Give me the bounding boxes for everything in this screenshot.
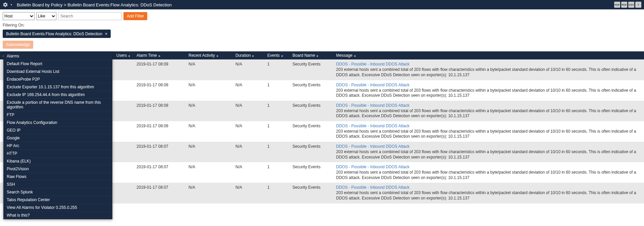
cell-message: DDOS - Possible - Inbound DDOS Attack203… bbox=[333, 101, 644, 121]
cell-users bbox=[114, 121, 134, 142]
col-message[interactable]: Message◆ bbox=[333, 51, 644, 59]
menu-item[interactable]: HTTP bbox=[3, 150, 112, 157]
menu-item[interactable]: Flow Analytics Configuration bbox=[3, 119, 112, 127]
top-bar: ▼ Bulletin Board by Policy > Bulletin Bo… bbox=[0, 0, 644, 9]
cell-board: Security Events bbox=[290, 59, 333, 80]
col-recent[interactable]: Recent Activity◆ bbox=[186, 51, 233, 59]
cell-duration: N/A bbox=[233, 80, 265, 101]
dropdown-indicator[interactable]: ▼ bbox=[10, 3, 13, 6]
message-title: DDOS - Possible - Inbound DDOS Attack bbox=[336, 165, 641, 169]
message-title: DDOS - Possible - Inbound DDOS Attack bbox=[336, 83, 641, 87]
message-body: 203 external hosts sent a combined total… bbox=[336, 149, 641, 160]
cell-alarm: 2019-01-17 08:07 bbox=[134, 162, 186, 183]
cell-message: DDOS - Possible - Inbound DDOS Attack203… bbox=[333, 142, 644, 162]
cell-alarm: 2019-01-17 08:09 bbox=[134, 101, 186, 121]
menu-item[interactable]: Search Splunk bbox=[3, 188, 112, 196]
cell-events: 1 bbox=[265, 80, 290, 101]
sort-icon: ◆ bbox=[128, 54, 130, 57]
help-icon[interactable]: ? bbox=[635, 2, 641, 8]
menu-item[interactable]: Exclude Exporter 10.1.15.137 from this a… bbox=[3, 83, 112, 91]
cell-board: Security Events bbox=[290, 101, 333, 121]
cell-duration: N/A bbox=[233, 142, 265, 162]
cell-message: DDOS - Possible - Inbound DDOS Attack203… bbox=[333, 162, 644, 183]
cell-board: Security Events bbox=[290, 162, 333, 183]
message-title: DDOS - Possible - Inbound DDOS Attack bbox=[336, 185, 641, 190]
cell-users bbox=[114, 183, 134, 203]
cell-message: DDOS - Possible - Inbound DDOS Attack203… bbox=[333, 59, 644, 80]
cell-users bbox=[114, 162, 134, 183]
col-alarm[interactable]: Alarm Time◆ bbox=[134, 51, 186, 59]
add-filter-button[interactable]: Add Filter bbox=[123, 12, 147, 20]
menu-item[interactable]: FTP bbox=[3, 111, 112, 119]
chip-remove-icon[interactable]: × bbox=[105, 31, 108, 36]
menu-item[interactable]: Exclude IP 169.254.44.4 from this algori… bbox=[3, 91, 112, 99]
col-events[interactable]: Events◆ bbox=[265, 51, 290, 59]
cell-duration: N/A bbox=[233, 101, 265, 121]
cell-recent: N/A bbox=[186, 162, 233, 183]
col-users[interactable]: Users◆ bbox=[114, 51, 134, 59]
sort-icon: ◆ bbox=[316, 54, 318, 57]
search-input[interactable] bbox=[58, 12, 122, 20]
filter-op-select[interactable]: Like bbox=[36, 12, 56, 20]
menu-item[interactable]: EndaceProbe P2P bbox=[3, 76, 112, 83]
menu-item[interactable]: Alarms bbox=[3, 52, 112, 60]
cell-users bbox=[114, 101, 134, 121]
cell-alarm: 2019-01-17 08:07 bbox=[134, 142, 186, 162]
cell-duration: N/A bbox=[233, 183, 265, 203]
message-body: 203 external hosts sent a combined total… bbox=[336, 108, 641, 119]
menu-item[interactable]: HP Arc bbox=[3, 142, 112, 150]
cell-recent: N/A bbox=[186, 121, 233, 142]
acknowledge-button[interactable]: Acknowledge bbox=[3, 41, 33, 49]
menu-item[interactable]: Raw Flows bbox=[3, 173, 112, 181]
cell-events: 1 bbox=[265, 101, 290, 121]
cell-duration: N/A bbox=[233, 162, 265, 183]
filter-field-select[interactable]: Host bbox=[3, 12, 35, 20]
cell-recent: N/A bbox=[186, 142, 233, 162]
cell-recent: N/A bbox=[186, 183, 233, 203]
export-pdf-icon[interactable]: PDF bbox=[614, 2, 620, 8]
message-body: 203 external hosts sent a combined total… bbox=[336, 190, 641, 201]
message-title: DDOS - Possible - Inbound DDOS Attack bbox=[336, 62, 641, 66]
cell-recent: N/A bbox=[186, 101, 233, 121]
menu-item[interactable]: Kibana (ELK) bbox=[3, 157, 112, 165]
sort-icon: ◆ bbox=[252, 54, 254, 57]
message-title: DDOS - Possible - Inbound DDOS Attack bbox=[336, 124, 641, 128]
cell-message: DDOS - Possible - Inbound DDOS Attack203… bbox=[333, 183, 644, 203]
col-duration[interactable]: Duration◆ bbox=[233, 51, 265, 59]
gear-icon[interactable] bbox=[3, 2, 9, 8]
filtering-on-label: Filtering On: bbox=[0, 23, 644, 30]
sort-icon: ◆ bbox=[158, 54, 160, 57]
message-body: 203 external hosts sent a combined total… bbox=[336, 170, 641, 180]
cell-events: 1 bbox=[265, 183, 290, 203]
filter-bar: Host Like Add Filter bbox=[0, 9, 644, 23]
message-title: DDOS - Possible - Inbound DDOS Attack bbox=[336, 144, 641, 149]
sort-icon: ◆ bbox=[216, 54, 218, 57]
action-context-menu: AlarmsDefault Flow ReportDownload Extern… bbox=[3, 52, 112, 204]
cell-events: 1 bbox=[265, 162, 290, 183]
filter-chip[interactable]: Bulletin Board Events:Flow Analytics: DD… bbox=[3, 30, 111, 38]
top-right-icons: PDF PDF CSV ? bbox=[614, 2, 641, 8]
cell-events: 1 bbox=[265, 142, 290, 162]
cell-recent: N/A bbox=[186, 80, 233, 101]
menu-item[interactable]: Talos Reputation Center bbox=[3, 196, 112, 204]
export-csv-icon[interactable]: CSV bbox=[628, 2, 634, 8]
cell-events: 1 bbox=[265, 121, 290, 142]
cell-alarm: 2019-01-17 08:09 bbox=[134, 121, 186, 142]
chip-row: Bulletin Board Events:Flow Analytics: DD… bbox=[0, 30, 644, 41]
menu-item[interactable]: Pivot2Vision bbox=[3, 165, 112, 173]
message-body: 203 external hosts sent a combined total… bbox=[336, 67, 641, 78]
sort-icon: ◆ bbox=[354, 54, 356, 57]
menu-item[interactable]: Google bbox=[3, 134, 112, 142]
menu-item[interactable]: Download External Hosts List bbox=[3, 68, 112, 76]
cell-message: DDOS - Possible - Inbound DDOS Attack203… bbox=[333, 121, 644, 142]
cell-alarm: 2019-01-17 08:07 bbox=[134, 183, 186, 203]
export-pdf2-icon[interactable]: PDF bbox=[621, 2, 627, 8]
col-board[interactable]: Board Name◆ bbox=[290, 51, 333, 59]
menu-item[interactable]: GEO IP bbox=[3, 127, 112, 134]
cell-duration: N/A bbox=[233, 121, 265, 142]
menu-item[interactable]: Exclude a portion of the reverse DNS nam… bbox=[3, 99, 112, 111]
cell-board: Security Events bbox=[290, 121, 333, 142]
message-title: DDOS - Possible - Inbound DDOS Attack bbox=[336, 103, 641, 108]
menu-item[interactable]: Default Flow Report bbox=[3, 60, 112, 68]
menu-item[interactable]: SSH bbox=[3, 181, 112, 188]
